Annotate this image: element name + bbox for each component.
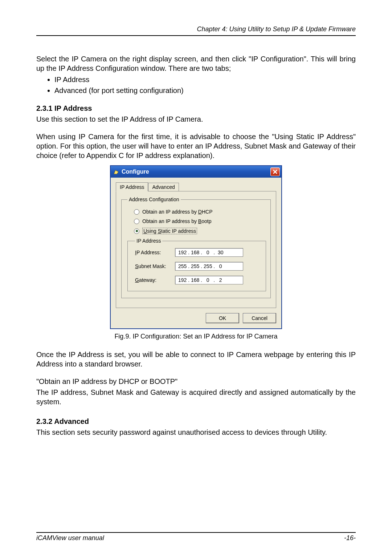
close-button[interactable] bbox=[270, 167, 280, 176]
chapter-title: Chapter 4: Using Utility to Setup IP & U… bbox=[197, 25, 356, 33]
cancel-button[interactable]: Cancel bbox=[243, 313, 276, 323]
ok-button[interactable]: OK bbox=[206, 313, 239, 323]
ip-address-legend: IP Address bbox=[135, 238, 162, 244]
section-232-p1: This section sets security password agai… bbox=[36, 428, 356, 437]
bullet-ip-address: IP Address bbox=[54, 74, 356, 85]
close-icon bbox=[273, 169, 278, 174]
tab-panel: Address Configuration Obtain an IP addre… bbox=[116, 191, 276, 308]
radio-dhcp[interactable]: Obtain an IP address by DHCP bbox=[134, 209, 266, 215]
tab-advanced-label: Advanced bbox=[152, 184, 175, 190]
address-configuration-legend: Address Configuration bbox=[127, 197, 181, 202]
radio-dhcp-label: Obtain an IP address by DHCP bbox=[142, 209, 213, 215]
figure-caption: Fig.9. IP Configuration: Set an IP Addre… bbox=[36, 333, 356, 340]
after-p2: "Obtain an IP address by DHCP or BOOTP" bbox=[36, 377, 356, 386]
label-gateway: Gateway: bbox=[135, 277, 175, 283]
cancel-label: Cancel bbox=[252, 315, 268, 321]
radio-icon bbox=[134, 209, 139, 215]
after-p1: Once the IP Address is set, you will be … bbox=[36, 350, 356, 369]
footer-left: iCAMView user manual bbox=[36, 534, 104, 542]
dialog-titlebar[interactable]: Configure bbox=[111, 166, 281, 178]
intro-bullets: IP Address Advanced (for port setting co… bbox=[54, 74, 356, 96]
tab-ip-address[interactable]: IP Address bbox=[116, 182, 148, 191]
tab-advanced[interactable]: Advanced bbox=[148, 183, 179, 191]
ip-address-value: 192 . 168 . 0 . 30 bbox=[178, 250, 224, 255]
configure-dialog: Configure IP Address Advanced bbox=[110, 165, 282, 329]
section-231-p1: Use this section to set the IP Address o… bbox=[36, 114, 356, 124]
ok-label: OK bbox=[219, 315, 226, 321]
gateway-field[interactable]: 192 . 168 . 0 . 2 bbox=[175, 276, 243, 284]
tabs-row: IP Address Advanced bbox=[116, 182, 276, 191]
bullet-advanced: Advanced (for port setting configuration… bbox=[54, 85, 356, 96]
radio-static-label: Using Static IP address bbox=[142, 228, 197, 234]
after-p3: The IP address, Subnet Mask and Gateway … bbox=[36, 388, 356, 406]
radio-icon bbox=[134, 219, 139, 224]
page-header: Chapter 4: Using Utility to Setup IP & U… bbox=[36, 25, 356, 36]
address-configuration-group: Address Configuration Obtain an IP addre… bbox=[121, 197, 271, 298]
subnet-mask-value: 255 . 255 . 255 . 0 bbox=[178, 263, 222, 269]
svg-marker-0 bbox=[114, 170, 118, 174]
section-232-title: 2.3.2 Advanced bbox=[36, 417, 356, 426]
label-subnet-mask: Subnet Mask: bbox=[135, 263, 175, 269]
dialog-title: Configure bbox=[122, 169, 149, 175]
configure-icon bbox=[113, 169, 119, 175]
radio-icon bbox=[134, 228, 139, 234]
tab-ip-label: IP Address bbox=[120, 184, 144, 190]
gateway-value: 192 . 168 . 0 . 2 bbox=[178, 277, 222, 283]
subnet-mask-field[interactable]: 255 . 255 . 255 . 0 bbox=[175, 262, 243, 271]
ip-address-field[interactable]: 192 . 168 . 0 . 30 bbox=[175, 248, 243, 257]
footer-right: -16- bbox=[344, 534, 356, 542]
radio-bootp-label: Obtain an IP address by Bootp bbox=[142, 218, 211, 224]
ip-address-group: IP Address IP Address: 192 . 168 . 0 . 3… bbox=[127, 238, 266, 291]
intro-paragraph: Select the IP Camera on the right displa… bbox=[36, 54, 356, 73]
label-ip-address: IP Address: bbox=[135, 250, 175, 255]
radio-static[interactable]: Using Static IP address bbox=[134, 228, 266, 234]
page-footer: iCAMView user manual -16- bbox=[36, 532, 356, 542]
radio-bootp[interactable]: Obtain an IP address by Bootp bbox=[134, 218, 266, 224]
section-231-p2: When using IP Camera for the first time,… bbox=[36, 132, 356, 160]
section-231-title: 2.3.1 IP Address bbox=[36, 104, 356, 113]
